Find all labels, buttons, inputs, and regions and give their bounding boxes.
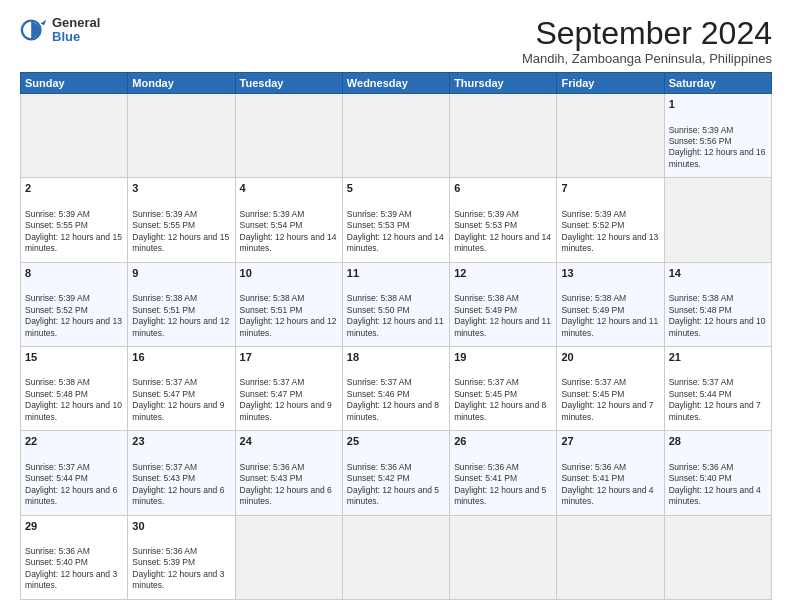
daylight-text: Daylight: 12 hours and 6 minutes. <box>240 485 332 506</box>
calendar-cell <box>128 94 235 178</box>
calendar-cell: 29Sunrise: 5:36 AMSunset: 5:40 PMDayligh… <box>21 515 128 599</box>
week-row-5: 22Sunrise: 5:37 AMSunset: 5:44 PMDayligh… <box>21 431 772 515</box>
daylight-text: Daylight: 12 hours and 12 minutes. <box>240 316 337 337</box>
calendar-cell: 2Sunrise: 5:39 AMSunset: 5:55 PMDaylight… <box>21 178 128 262</box>
sunrise-text: Sunrise: 5:37 AM <box>347 377 412 387</box>
sunset-text: Sunset: 5:50 PM <box>347 305 410 315</box>
calendar-cell <box>450 515 557 599</box>
daylight-text: Daylight: 12 hours and 14 minutes. <box>347 232 444 253</box>
sunrise-text: Sunrise: 5:36 AM <box>25 546 90 556</box>
sunset-text: Sunset: 5:51 PM <box>240 305 303 315</box>
daylight-text: Daylight: 12 hours and 11 minutes. <box>454 316 551 337</box>
day-number: 7 <box>561 181 659 196</box>
sunrise-text: Sunrise: 5:39 AM <box>669 125 734 135</box>
sunset-text: Sunset: 5:49 PM <box>454 305 517 315</box>
sunrise-text: Sunrise: 5:38 AM <box>132 293 197 303</box>
daylight-text: Daylight: 12 hours and 11 minutes. <box>347 316 444 337</box>
day-number: 28 <box>669 434 767 449</box>
daylight-text: Daylight: 12 hours and 10 minutes. <box>25 400 122 421</box>
day-number: 21 <box>669 350 767 365</box>
sunset-text: Sunset: 5:40 PM <box>669 473 732 483</box>
sunrise-text: Sunrise: 5:37 AM <box>561 377 626 387</box>
sunset-text: Sunset: 5:45 PM <box>454 389 517 399</box>
sunset-text: Sunset: 5:47 PM <box>240 389 303 399</box>
calendar-cell <box>450 94 557 178</box>
day-number: 29 <box>25 519 123 534</box>
sunrise-text: Sunrise: 5:38 AM <box>669 293 734 303</box>
calendar-cell: 27Sunrise: 5:36 AMSunset: 5:41 PMDayligh… <box>557 431 664 515</box>
sunrise-text: Sunrise: 5:38 AM <box>454 293 519 303</box>
sunset-text: Sunset: 5:53 PM <box>454 220 517 230</box>
day-number: 20 <box>561 350 659 365</box>
day-number: 13 <box>561 266 659 281</box>
sunset-text: Sunset: 5:53 PM <box>347 220 410 230</box>
day-number: 17 <box>240 350 338 365</box>
sunset-text: Sunset: 5:46 PM <box>347 389 410 399</box>
calendar-cell: 13Sunrise: 5:38 AMSunset: 5:49 PMDayligh… <box>557 262 664 346</box>
sunrise-text: Sunrise: 5:39 AM <box>454 209 519 219</box>
day-header-sunday: Sunday <box>21 73 128 94</box>
sunset-text: Sunset: 5:42 PM <box>347 473 410 483</box>
calendar-cell: 11Sunrise: 5:38 AMSunset: 5:50 PMDayligh… <box>342 262 449 346</box>
daylight-text: Daylight: 12 hours and 9 minutes. <box>132 400 224 421</box>
calendar-cell <box>342 515 449 599</box>
header: General Blue September 2024 Mandih, Zamb… <box>20 16 772 66</box>
sunrise-text: Sunrise: 5:37 AM <box>25 462 90 472</box>
daylight-text: Daylight: 12 hours and 14 minutes. <box>454 232 551 253</box>
calendar-cell <box>664 178 771 262</box>
sunrise-text: Sunrise: 5:36 AM <box>347 462 412 472</box>
day-header-wednesday: Wednesday <box>342 73 449 94</box>
logo-icon <box>20 16 48 44</box>
sunrise-text: Sunrise: 5:36 AM <box>454 462 519 472</box>
calendar-cell: 15Sunrise: 5:38 AMSunset: 5:48 PMDayligh… <box>21 347 128 431</box>
calendar-cell: 1Sunrise: 5:39 AMSunset: 5:56 PMDaylight… <box>664 94 771 178</box>
calendar-cell: 28Sunrise: 5:36 AMSunset: 5:40 PMDayligh… <box>664 431 771 515</box>
daylight-text: Daylight: 12 hours and 3 minutes. <box>25 569 117 590</box>
day-number: 9 <box>132 266 230 281</box>
sunset-text: Sunset: 5:43 PM <box>132 473 195 483</box>
day-header-saturday: Saturday <box>664 73 771 94</box>
daylight-text: Daylight: 12 hours and 3 minutes. <box>132 569 224 590</box>
sunset-text: Sunset: 5:44 PM <box>25 473 88 483</box>
calendar-cell: 23Sunrise: 5:37 AMSunset: 5:43 PMDayligh… <box>128 431 235 515</box>
calendar-cell: 25Sunrise: 5:36 AMSunset: 5:42 PMDayligh… <box>342 431 449 515</box>
daylight-text: Daylight: 12 hours and 7 minutes. <box>561 400 653 421</box>
sunrise-text: Sunrise: 5:38 AM <box>25 377 90 387</box>
calendar-cell <box>664 515 771 599</box>
daylight-text: Daylight: 12 hours and 4 minutes. <box>561 485 653 506</box>
sunrise-text: Sunrise: 5:36 AM <box>669 462 734 472</box>
day-number: 14 <box>669 266 767 281</box>
day-number: 16 <box>132 350 230 365</box>
sunset-text: Sunset: 5:41 PM <box>561 473 624 483</box>
day-header-tuesday: Tuesday <box>235 73 342 94</box>
daylight-text: Daylight: 12 hours and 6 minutes. <box>25 485 117 506</box>
sunset-text: Sunset: 5:41 PM <box>454 473 517 483</box>
sunset-text: Sunset: 5:55 PM <box>132 220 195 230</box>
calendar-cell: 16Sunrise: 5:37 AMSunset: 5:47 PMDayligh… <box>128 347 235 431</box>
sunset-text: Sunset: 5:40 PM <box>25 557 88 567</box>
sunset-text: Sunset: 5:54 PM <box>240 220 303 230</box>
day-header-friday: Friday <box>557 73 664 94</box>
daylight-text: Daylight: 12 hours and 9 minutes. <box>240 400 332 421</box>
sunrise-text: Sunrise: 5:37 AM <box>240 377 305 387</box>
day-number: 4 <box>240 181 338 196</box>
sunset-text: Sunset: 5:48 PM <box>669 305 732 315</box>
daylight-text: Daylight: 12 hours and 8 minutes. <box>347 400 439 421</box>
day-number: 8 <box>25 266 123 281</box>
daylight-text: Daylight: 12 hours and 6 minutes. <box>132 485 224 506</box>
month-title: September 2024 <box>522 16 772 51</box>
sunrise-text: Sunrise: 5:36 AM <box>240 462 305 472</box>
daylight-text: Daylight: 12 hours and 12 minutes. <box>132 316 229 337</box>
calendar-cell: 6Sunrise: 5:39 AMSunset: 5:53 PMDaylight… <box>450 178 557 262</box>
day-number: 3 <box>132 181 230 196</box>
calendar-cell: 20Sunrise: 5:37 AMSunset: 5:45 PMDayligh… <box>557 347 664 431</box>
daylight-text: Daylight: 12 hours and 8 minutes. <box>454 400 546 421</box>
week-row-1: 1Sunrise: 5:39 AMSunset: 5:56 PMDaylight… <box>21 94 772 178</box>
logo-text: General Blue <box>52 16 100 45</box>
sunset-text: Sunset: 5:49 PM <box>561 305 624 315</box>
calendar-cell <box>557 515 664 599</box>
calendar-cell: 17Sunrise: 5:37 AMSunset: 5:47 PMDayligh… <box>235 347 342 431</box>
sunrise-text: Sunrise: 5:39 AM <box>240 209 305 219</box>
sunrise-text: Sunrise: 5:39 AM <box>132 209 197 219</box>
title-block: September 2024 Mandih, Zamboanga Peninsu… <box>522 16 772 66</box>
